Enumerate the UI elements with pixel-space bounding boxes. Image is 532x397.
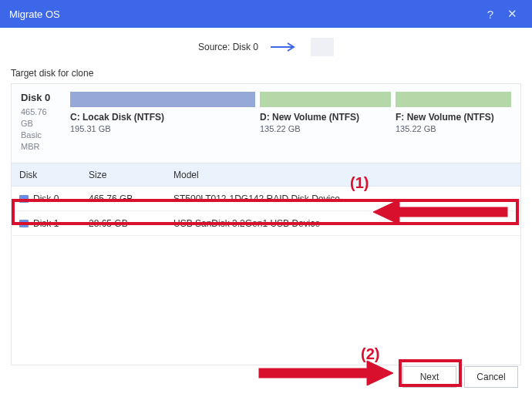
cell-size: 28.65 GB (89, 218, 173, 229)
col-header-size[interactable]: Size (89, 170, 173, 180)
col-header-disk[interactable]: Disk (12, 170, 89, 180)
cell-model: USB SanDisk 3.2Gen1 USB Device (173, 218, 520, 229)
table-row[interactable]: Disk 1 28.65 GB USB SanDisk 3.2Gen1 USB … (12, 211, 520, 236)
cell-size: 465.76 GB (89, 193, 173, 204)
partition-c-name: C: Locak Disk (NTFS) (70, 112, 255, 123)
arrow-right-icon (269, 42, 300, 52)
disk-overview-panel: Disk 0 465.76 GB Basic MBR C: Locak Disk… (11, 83, 521, 163)
disk-name: Disk 0 (21, 92, 59, 103)
partition-d-size: 135.22 GB (260, 124, 391, 133)
disk-meta: Disk 0 465.76 GB Basic MBR (21, 92, 59, 152)
partition-label-f: F: New Volume (NTFS) 135.22 GB (396, 112, 511, 133)
disk-icon (19, 195, 29, 203)
partition-f-name: F: New Volume (NTFS) (396, 112, 511, 123)
partition-bar-f[interactable] (396, 92, 511, 107)
col-header-model[interactable]: Model (173, 170, 520, 180)
partition-c-size: 195.31 GB (70, 124, 255, 133)
partition-label-c: C: Locak Disk (NTFS) 195.31 GB (70, 112, 255, 133)
footer: Next Cancel (0, 366, 532, 388)
cell-disk: Disk 0 (33, 193, 59, 204)
disk-table: Disk Size Model Disk 0 465.76 GB ST500LT… (11, 163, 521, 365)
partition-bars (70, 92, 511, 107)
section-caption: Target disk for clone (11, 68, 521, 79)
close-icon[interactable]: ✕ (501, 7, 523, 21)
table-header-row: Disk Size Model (12, 163, 520, 187)
window-title: Migrate OS (9, 8, 480, 20)
source-row: Source: Disk 0 (0, 28, 532, 66)
table-row[interactable]: Disk 0 465.76 GB ST500LT012-1DG142 RAID … (12, 187, 520, 211)
cell-disk: Disk 1 (33, 218, 59, 229)
partition-d-name: D: New Volume (NTFS) (260, 112, 391, 123)
partition-bar-d[interactable] (260, 92, 391, 107)
disk-capacity: 465.76 GB (21, 106, 59, 130)
next-button[interactable]: Next (402, 366, 456, 388)
cell-model: ST500LT012-1DG142 RAID Disk Device (173, 193, 520, 204)
titlebar: Migrate OS ? ✕ (0, 0, 532, 28)
source-label: Source: Disk 0 (198, 42, 258, 52)
cancel-button[interactable]: Cancel (464, 366, 518, 388)
help-icon[interactable]: ? (480, 8, 501, 21)
disk-type: Basic MBR (21, 130, 59, 153)
source-target-placeholder (311, 38, 334, 56)
partition-label-d: D: New Volume (NTFS) 135.22 GB (260, 112, 391, 133)
partition-bar-c[interactable] (70, 92, 255, 107)
partition-f-size: 135.22 GB (396, 124, 511, 133)
disk-icon (19, 220, 29, 227)
